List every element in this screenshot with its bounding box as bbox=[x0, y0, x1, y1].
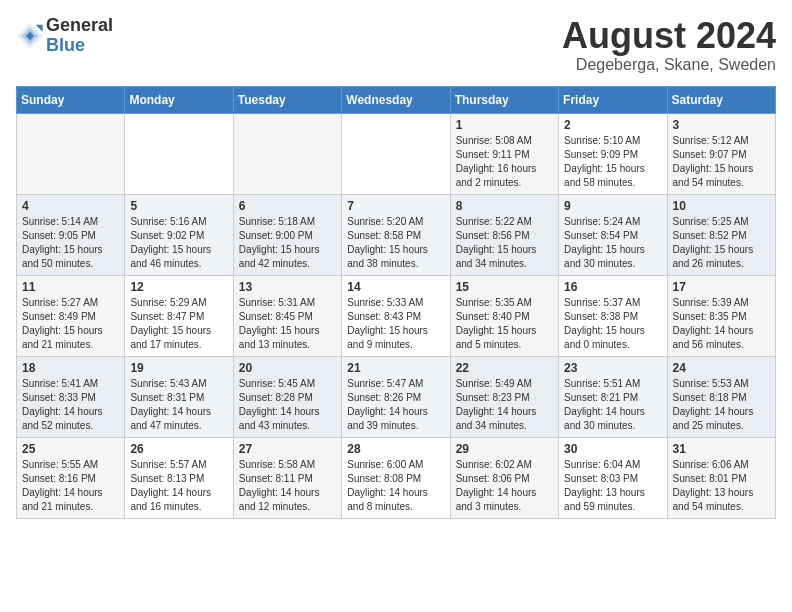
calendar-cell: 14Sunrise: 5:33 AMSunset: 8:43 PMDayligh… bbox=[342, 275, 450, 356]
day-info-line: and 43 minutes. bbox=[239, 419, 336, 433]
calendar-cell: 26Sunrise: 5:57 AMSunset: 8:13 PMDayligh… bbox=[125, 437, 233, 518]
day-info-line: Sunrise: 5:18 AM bbox=[239, 215, 336, 229]
logo-icon bbox=[16, 22, 44, 50]
day-info-line: and 30 minutes. bbox=[564, 419, 661, 433]
day-info-line: Sunrise: 5:33 AM bbox=[347, 296, 444, 310]
day-info-line: Daylight: 14 hours bbox=[347, 405, 444, 419]
day-info-line: Daylight: 14 hours bbox=[347, 486, 444, 500]
day-info-line: Sunrise: 5:39 AM bbox=[673, 296, 770, 310]
logo-text: General Blue bbox=[46, 16, 113, 56]
day-info-line: Sunset: 9:07 PM bbox=[673, 148, 770, 162]
calendar-cell: 30Sunrise: 6:04 AMSunset: 8:03 PMDayligh… bbox=[559, 437, 667, 518]
day-info-line: Sunset: 8:26 PM bbox=[347, 391, 444, 405]
weekday-header-monday: Monday bbox=[125, 86, 233, 113]
day-number: 20 bbox=[239, 361, 336, 375]
calendar-cell: 25Sunrise: 5:55 AMSunset: 8:16 PMDayligh… bbox=[17, 437, 125, 518]
day-info-line: and 30 minutes. bbox=[564, 257, 661, 271]
calendar-cell: 8Sunrise: 5:22 AMSunset: 8:56 PMDaylight… bbox=[450, 194, 558, 275]
weekday-header-sunday: Sunday bbox=[17, 86, 125, 113]
weekday-header-friday: Friday bbox=[559, 86, 667, 113]
day-info-line: Sunrise: 5:47 AM bbox=[347, 377, 444, 391]
day-info-line: and 16 minutes. bbox=[130, 500, 227, 514]
day-info-line: and 38 minutes. bbox=[347, 257, 444, 271]
calendar-cell: 28Sunrise: 6:00 AMSunset: 8:08 PMDayligh… bbox=[342, 437, 450, 518]
calendar-cell: 31Sunrise: 6:06 AMSunset: 8:01 PMDayligh… bbox=[667, 437, 775, 518]
calendar-week-4: 18Sunrise: 5:41 AMSunset: 8:33 PMDayligh… bbox=[17, 356, 776, 437]
month-title: August 2024 bbox=[562, 16, 776, 56]
day-info-line: Sunset: 8:54 PM bbox=[564, 229, 661, 243]
day-info-line: and 13 minutes. bbox=[239, 338, 336, 352]
day-info-line: Daylight: 15 hours bbox=[456, 243, 553, 257]
day-info-line: Daylight: 14 hours bbox=[130, 405, 227, 419]
day-info-line: and 3 minutes. bbox=[456, 500, 553, 514]
day-info-line: Sunrise: 6:06 AM bbox=[673, 458, 770, 472]
day-info-line: Sunset: 8:47 PM bbox=[130, 310, 227, 324]
day-info-line: and 34 minutes. bbox=[456, 419, 553, 433]
calendar-cell: 10Sunrise: 5:25 AMSunset: 8:52 PMDayligh… bbox=[667, 194, 775, 275]
day-info-line: and 52 minutes. bbox=[22, 419, 119, 433]
calendar-cell bbox=[17, 113, 125, 194]
calendar-cell: 18Sunrise: 5:41 AMSunset: 8:33 PMDayligh… bbox=[17, 356, 125, 437]
day-info-line: Daylight: 15 hours bbox=[673, 162, 770, 176]
calendar-cell bbox=[342, 113, 450, 194]
day-info-line: Sunrise: 6:00 AM bbox=[347, 458, 444, 472]
day-info-line: Sunset: 8:21 PM bbox=[564, 391, 661, 405]
calendar-cell: 15Sunrise: 5:35 AMSunset: 8:40 PMDayligh… bbox=[450, 275, 558, 356]
calendar-week-2: 4Sunrise: 5:14 AMSunset: 9:05 PMDaylight… bbox=[17, 194, 776, 275]
day-number: 31 bbox=[673, 442, 770, 456]
day-info-line: Sunrise: 5:08 AM bbox=[456, 134, 553, 148]
calendar-table: SundayMondayTuesdayWednesdayThursdayFrid… bbox=[16, 86, 776, 519]
calendar-cell: 16Sunrise: 5:37 AMSunset: 8:38 PMDayligh… bbox=[559, 275, 667, 356]
day-info-line: Sunset: 8:06 PM bbox=[456, 472, 553, 486]
day-info-line: Sunset: 8:40 PM bbox=[456, 310, 553, 324]
day-info-line: Daylight: 14 hours bbox=[456, 405, 553, 419]
calendar-week-3: 11Sunrise: 5:27 AMSunset: 8:49 PMDayligh… bbox=[17, 275, 776, 356]
day-info-line: and 26 minutes. bbox=[673, 257, 770, 271]
day-number: 9 bbox=[564, 199, 661, 213]
day-number: 18 bbox=[22, 361, 119, 375]
calendar-cell: 23Sunrise: 5:51 AMSunset: 8:21 PMDayligh… bbox=[559, 356, 667, 437]
day-info-line: Sunset: 8:16 PM bbox=[22, 472, 119, 486]
day-info-line: and 21 minutes. bbox=[22, 500, 119, 514]
day-info-line: Sunrise: 5:49 AM bbox=[456, 377, 553, 391]
day-info-line: Sunset: 8:31 PM bbox=[130, 391, 227, 405]
day-info-line: and 2 minutes. bbox=[456, 176, 553, 190]
day-info-line: Sunset: 8:28 PM bbox=[239, 391, 336, 405]
day-info-line: Sunrise: 5:53 AM bbox=[673, 377, 770, 391]
day-number: 22 bbox=[456, 361, 553, 375]
day-number: 16 bbox=[564, 280, 661, 294]
day-info-line: and 54 minutes. bbox=[673, 176, 770, 190]
day-info-line: and 25 minutes. bbox=[673, 419, 770, 433]
day-info-line: Sunrise: 5:51 AM bbox=[564, 377, 661, 391]
day-info-line: and 47 minutes. bbox=[130, 419, 227, 433]
day-number: 3 bbox=[673, 118, 770, 132]
day-info-line: Daylight: 15 hours bbox=[347, 243, 444, 257]
day-info-line: Sunrise: 5:31 AM bbox=[239, 296, 336, 310]
day-number: 24 bbox=[673, 361, 770, 375]
day-info-line: Sunrise: 5:35 AM bbox=[456, 296, 553, 310]
day-info-line: Daylight: 14 hours bbox=[456, 486, 553, 500]
day-info-line: and 39 minutes. bbox=[347, 419, 444, 433]
day-info-line: Sunrise: 5:55 AM bbox=[22, 458, 119, 472]
calendar-week-1: 1Sunrise: 5:08 AMSunset: 9:11 PMDaylight… bbox=[17, 113, 776, 194]
day-number: 30 bbox=[564, 442, 661, 456]
day-info-line: Sunset: 8:11 PM bbox=[239, 472, 336, 486]
day-info-line: and 8 minutes. bbox=[347, 500, 444, 514]
day-number: 17 bbox=[673, 280, 770, 294]
day-number: 5 bbox=[130, 199, 227, 213]
day-info-line: Sunrise: 5:29 AM bbox=[130, 296, 227, 310]
day-info-line: Sunset: 8:52 PM bbox=[673, 229, 770, 243]
day-info-line: and 56 minutes. bbox=[673, 338, 770, 352]
day-number: 25 bbox=[22, 442, 119, 456]
day-info-line: and 12 minutes. bbox=[239, 500, 336, 514]
day-number: 7 bbox=[347, 199, 444, 213]
calendar-cell: 2Sunrise: 5:10 AMSunset: 9:09 PMDaylight… bbox=[559, 113, 667, 194]
day-info-line: and 21 minutes. bbox=[22, 338, 119, 352]
logo-general: General bbox=[46, 16, 113, 36]
day-info-line: Daylight: 15 hours bbox=[564, 243, 661, 257]
day-number: 2 bbox=[564, 118, 661, 132]
day-info-line: and 17 minutes. bbox=[130, 338, 227, 352]
day-info-line: and 50 minutes. bbox=[22, 257, 119, 271]
day-number: 13 bbox=[239, 280, 336, 294]
calendar-cell: 27Sunrise: 5:58 AMSunset: 8:11 PMDayligh… bbox=[233, 437, 341, 518]
